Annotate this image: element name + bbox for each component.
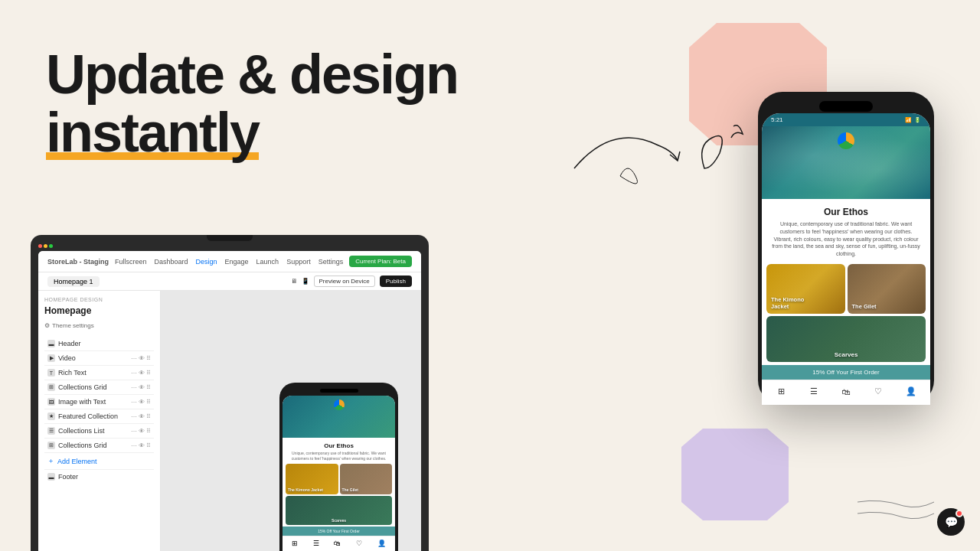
phone-grid-kimono: The KimonoJacket [766,264,845,314]
nav-launch[interactable]: Launch [256,258,279,266]
app-canvas: Our Ethos Unique, contemporary use of tr… [161,291,421,551]
nav-design[interactable]: Design [196,258,217,266]
hero-highlighted: instantly [46,104,259,162]
phone-ethos-title: Our Ethos [771,207,921,217]
phone-bottom-nav: ⊞ ☰ 🛍 ♡ 👤 [762,380,930,405]
main-phone-mockup: 5:21 📶 🔋 Our Ethos Unique, contemporary … [758,92,934,405]
preview-button[interactable]: Preview on Device [314,276,375,287]
phone-nav-bag[interactable]: 🛍 [839,385,853,399]
phone-ethos-section: Our Ethos Unique, contemporary use of tr… [762,199,930,264]
nav-support[interactable]: Support [286,258,311,266]
app-sidebar: HOMEPAGE DESIGN Homepage ⚙ Theme setting… [38,291,161,551]
phone-time: 5:21 [771,116,783,123]
bg-shape-purple [681,429,789,520]
phone-grid-scarves: Scarves [766,316,926,362]
laptop-phone-offer: 15% Off Your First Order [283,527,395,536]
deco-lines [858,494,934,528]
phone-app-logo [838,132,854,149]
phone-ethos-text: Unique, contemporary use of traditional … [771,220,921,258]
phone-nav-heart: ♡ [356,540,362,547]
publish-button[interactable]: Publish [380,276,412,287]
arrow-decoration [567,107,689,194]
phone-outer: 5:21 📶 🔋 Our Ethos Unique, contemporary … [758,92,934,405]
gear-icon: ⚙ [44,322,50,329]
app-body: HOMEPAGE DESIGN Homepage ⚙ Theme setting… [38,291,421,551]
chat-icon: 💬 [945,516,958,528]
laptop-notch [207,235,253,241]
phone-nav-list: ☰ [313,540,319,547]
laptop-mockup: StoreLab - Staging Fullscreen Dashboard … [31,235,429,551]
plus-icon: ＋ [47,456,54,466]
laptop-screen: StoreLab - Staging Fullscreen Dashboard … [38,251,421,551]
sidebar-item-featured[interactable]: ★Featured Collection ⋯👁⠿ [44,409,154,424]
nav-fullscreen[interactable]: Fullscreen [115,258,147,266]
hero-title: Update & design instantly [46,46,458,161]
mobile-icon[interactable]: 📱 [302,278,309,285]
phone-nav-user: 👤 [377,540,386,547]
laptop-phone-ethos-title: Our Ethos [289,442,389,449]
phone-grid-gilet: The Gilet [848,264,926,314]
phone-notch [819,101,873,112]
phone-nav-heart[interactable]: ♡ [871,385,885,399]
phone-screen: 5:21 📶 🔋 Our Ethos Unique, contemporary … [762,113,930,405]
phone-offer-bar: 15% Off Your First Order [762,365,930,380]
nav-dashboard[interactable]: Dashboard [155,258,188,266]
status-icons: 📶 🔋 [905,117,921,123]
sidebar-item-video[interactable]: ▶Video ⋯👁⠿ [44,351,154,366]
sidebar-item-collections-grid-2[interactable]: ⊞Collections Grid ⋯👁⠿ [44,439,154,453]
laptop-outer: StoreLab - Staging Fullscreen Dashboard … [31,235,429,551]
phone-nav-home: ⊞ [292,540,298,547]
app-nav: Fullscreen Dashboard Design Engage Launc… [115,258,343,266]
minimize-dot [44,244,47,248]
desktop-icon[interactable]: 🖥 [291,278,297,285]
phone-nav-bag: 🛍 [334,540,341,547]
phone-nav-home[interactable]: ⊞ [774,385,788,399]
toolbar-right: 🖥 📱 Preview on Device Publish [291,276,413,287]
sidebar-settings[interactable]: ⚙ Theme settings [44,322,154,329]
sidebar-item-header[interactable]: ▬Header [44,337,154,351]
plan-button[interactable]: Current Plan: Beta [349,256,412,267]
hero-line2: instantly [46,104,458,162]
sidebar-item-footer[interactable]: ▬ Footer [44,469,154,484]
laptop-phone-ethos-text: Unique, contemporary use of traditional … [289,451,389,461]
phone-laptop-notch [320,389,358,393]
close-dot [38,244,42,248]
sidebar-item-image-text[interactable]: 🖼Image with Text ⋯👁⠿ [44,395,154,409]
phone-nav-list[interactable]: ☰ [807,385,821,399]
hero-line1: Update & design [46,46,458,104]
sidebar-label: HOMEPAGE DESIGN [44,297,154,302]
phone-laptop-screen: Our Ethos Unique, contemporary use of tr… [283,396,395,551]
app-toolbar: Homepage 1 🖥 📱 Preview on Device Publish [38,272,421,291]
chat-bubble[interactable]: 💬 [937,508,965,536]
nav-engage[interactable]: Engage [225,258,249,266]
sidebar-item-collections-grid-1[interactable]: ⊞Collections Grid ⋯👁⠿ [44,380,154,395]
hero-section: Update & design instantly [46,46,458,161]
maximize-dot [49,244,53,248]
phone-in-laptop: Our Ethos Unique, contemporary use of tr… [279,383,398,551]
app-header: StoreLab - Staging Fullscreen Dashboard … [38,251,421,272]
app-header-right: Current Plan: Beta [349,256,412,267]
active-tab[interactable]: Homepage 1 [47,276,100,287]
app-logo: StoreLab - Staging [47,258,109,266]
sidebar-item-collections-list[interactable]: ☰Collections List ⋯👁⠿ [44,424,154,439]
add-element-button[interactable]: ＋ Add Element [44,453,154,469]
sidebar-title: Homepage [44,305,154,316]
sidebar-item-richtext[interactable]: TRich Text ⋯👁⠿ [44,366,154,380]
notification-dot [956,510,963,517]
phone-nav-user[interactable]: 👤 [904,385,918,399]
nav-settings[interactable]: Settings [318,258,344,266]
